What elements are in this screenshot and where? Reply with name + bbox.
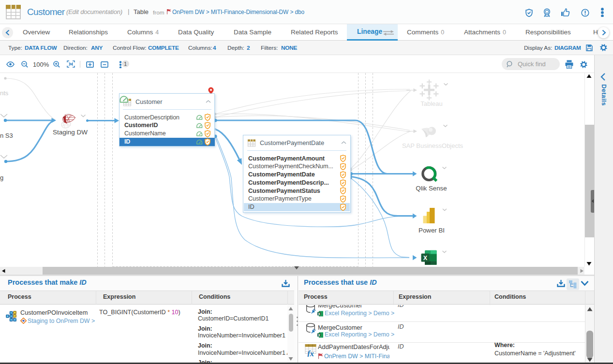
svg-text:SAP BusinessObjects: SAP BusinessObjects — [402, 142, 463, 149]
svg-text:X: X — [318, 312, 320, 316]
svg-text:X: X — [423, 255, 428, 262]
svg-text:X: X — [318, 334, 320, 337]
svg-text:g: g — [0, 174, 3, 181]
svg-text:fx: fx — [307, 349, 314, 357]
svg-text:Tableau: Tableau — [420, 100, 443, 107]
svg-text:Qlik Sense: Qlik Sense — [416, 185, 447, 192]
svg-text:nts: nts — [0, 89, 9, 97]
svg-text:Staging DW: Staging DW — [53, 129, 88, 136]
svg-text:n S3: n S3 — [0, 132, 13, 139]
svg-text:Power BI: Power BI — [419, 227, 445, 234]
